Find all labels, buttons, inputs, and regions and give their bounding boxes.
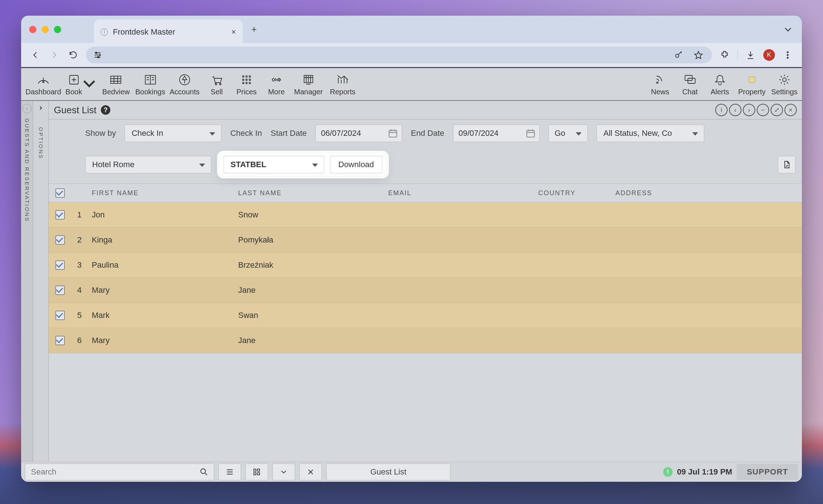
select-all-checkbox[interactable]: [55, 188, 65, 198]
expand-panel-button[interactable]: ⤢: [771, 104, 783, 116]
row-checkbox[interactable]: [55, 286, 65, 295]
guest-table: FIRST NAME LAST NAME EMAIL COUNTRY ADDRE…: [49, 184, 802, 463]
panel-header: Guest List ? i ‹ › − ⤢ ×: [49, 101, 802, 119]
row-checkbox[interactable]: [55, 311, 65, 320]
svg-point-23: [274, 79, 276, 80]
format-select[interactable]: STATBEL: [224, 156, 324, 173]
chevron-down-icon[interactable]: [82, 77, 97, 91]
bookmark-star-icon[interactable]: [692, 49, 705, 61]
back-button[interactable]: [29, 49, 42, 61]
prev-button[interactable]: ‹: [729, 104, 741, 116]
table-row[interactable]: 4MaryJane: [49, 278, 802, 303]
new-tab-button[interactable]: +: [251, 24, 257, 35]
toolbar-prices[interactable]: Prices: [234, 70, 259, 98]
cell-last-name: Snow: [234, 210, 384, 220]
row-checkbox[interactable]: [55, 210, 65, 220]
svg-rect-36: [254, 473, 256, 475]
reload-button[interactable]: [67, 49, 79, 61]
help-icon[interactable]: ?: [101, 105, 110, 115]
show-by-select[interactable]: Check In: [125, 125, 221, 142]
svg-point-12: [215, 83, 217, 85]
row-index: 2: [71, 235, 87, 245]
next-button[interactable]: ›: [743, 104, 755, 116]
clear-button[interactable]: [299, 464, 322, 480]
maximize-window-button[interactable]: [54, 26, 61, 33]
svg-point-19: [249, 79, 251, 80]
password-key-icon[interactable]: [673, 49, 685, 61]
toolbar-bedview[interactable]: Bedview: [101, 70, 131, 98]
end-date-label: End Date: [411, 129, 444, 138]
export-doc-button[interactable]: [778, 156, 795, 173]
app-content: Dashboard Book Bedview Bookings Accounts: [21, 67, 802, 482]
svg-point-17: [243, 79, 244, 80]
col-address[interactable]: ADDRESS: [611, 189, 802, 197]
hotel-select[interactable]: Hotel Rome: [85, 156, 211, 173]
downloads-button[interactable]: [744, 49, 757, 61]
info-button[interactable]: i: [715, 104, 728, 116]
extensions-button[interactable]: [718, 49, 731, 61]
profile-avatar[interactable]: K: [763, 49, 775, 61]
row-checkbox[interactable]: [55, 260, 65, 270]
panel-header-actions: i ‹ › − ⤢ ×: [715, 104, 797, 116]
col-first-name[interactable]: FIRST NAME: [87, 189, 234, 197]
toolbar-accounts[interactable]: Accounts: [170, 70, 200, 98]
forward-button[interactable]: [48, 49, 60, 61]
col-email[interactable]: EMAIL: [384, 189, 534, 197]
status-select[interactable]: All Status, New, Co: [596, 125, 704, 142]
list-view-button[interactable]: [218, 464, 241, 480]
toolbar-property[interactable]: Property: [737, 70, 767, 98]
grid-view-button[interactable]: [245, 464, 268, 480]
start-date-input[interactable]: 06/07/2024: [315, 125, 402, 142]
side-rail-options-label: OPTIONS: [38, 127, 44, 160]
toolbar-bookings[interactable]: Bookings: [135, 70, 165, 98]
browser-menu-button[interactable]: [781, 49, 794, 61]
toolbar-reports[interactable]: Reports: [328, 70, 358, 98]
search-box[interactable]: [25, 464, 214, 480]
close-panel-button[interactable]: ×: [784, 104, 797, 116]
side-rail-options[interactable]: › OPTIONS: [33, 101, 49, 463]
minimize-panel-button[interactable]: −: [757, 104, 769, 116]
status-indicator[interactable]: !: [663, 467, 673, 477]
active-view-tag[interactable]: Guest List: [326, 464, 450, 480]
table-body: 1JonSnow2KingaPomykała3PaulinaBrzeźniak4…: [49, 202, 802, 353]
expand-options-icon[interactable]: ›: [39, 103, 42, 113]
minimize-window-button[interactable]: [42, 26, 49, 33]
panel-title: Guest List ?: [54, 105, 110, 116]
row-checkbox[interactable]: [55, 336, 65, 345]
toolbar-news[interactable]: News: [647, 70, 673, 98]
svg-point-15: [246, 76, 247, 77]
expand-rail-icon[interactable]: ›: [22, 104, 32, 113]
side-rail-reservations[interactable]: › GUESTS AND RESERVATIONS: [21, 101, 33, 463]
download-button[interactable]: Download: [330, 156, 382, 173]
go-button[interactable]: Go: [548, 125, 588, 142]
toolbar-more[interactable]: More: [264, 70, 289, 98]
support-button[interactable]: SUPPORT: [737, 464, 798, 480]
close-tab-button[interactable]: ×: [231, 27, 236, 37]
site-settings-icon[interactable]: [93, 51, 102, 59]
cell-first-name: Mary: [87, 336, 234, 345]
table-row[interactable]: 3PaulinaBrzeźniak: [49, 253, 802, 278]
address-bar[interactable]: [86, 47, 712, 63]
toolbar-manager[interactable]: Manager: [294, 70, 323, 98]
col-country[interactable]: COUNTRY: [534, 189, 611, 197]
collapse-button[interactable]: [272, 464, 295, 480]
browser-tab[interactable]: Frontdesk Master ×: [94, 20, 243, 44]
row-checkbox[interactable]: [55, 235, 65, 245]
toolbar-sell[interactable]: Sell: [204, 70, 229, 98]
end-date-input[interactable]: 09/07/2024: [453, 125, 540, 142]
close-window-button[interactable]: [29, 26, 36, 33]
toolbar-chat[interactable]: Chat: [677, 70, 703, 98]
table-row[interactable]: 2KingaPomykała: [49, 228, 802, 253]
table-row[interactable]: 1JonSnow: [49, 202, 802, 228]
cell-last-name: Jane: [234, 336, 384, 345]
toolbar-dashboard[interactable]: Dashboard: [25, 70, 61, 98]
toolbar-alerts[interactable]: Alerts: [707, 70, 733, 98]
svg-rect-35: [257, 469, 260, 471]
search-input[interactable]: [30, 467, 199, 477]
table-row[interactable]: 6MaryJane: [49, 328, 802, 353]
table-row[interactable]: 5MarkSwan: [49, 303, 802, 328]
col-last-name[interactable]: LAST NAME: [234, 189, 384, 197]
toolbar-settings[interactable]: Settings: [771, 70, 798, 98]
toolbar-book[interactable]: Book: [66, 70, 97, 98]
tab-search-button[interactable]: [782, 24, 794, 35]
